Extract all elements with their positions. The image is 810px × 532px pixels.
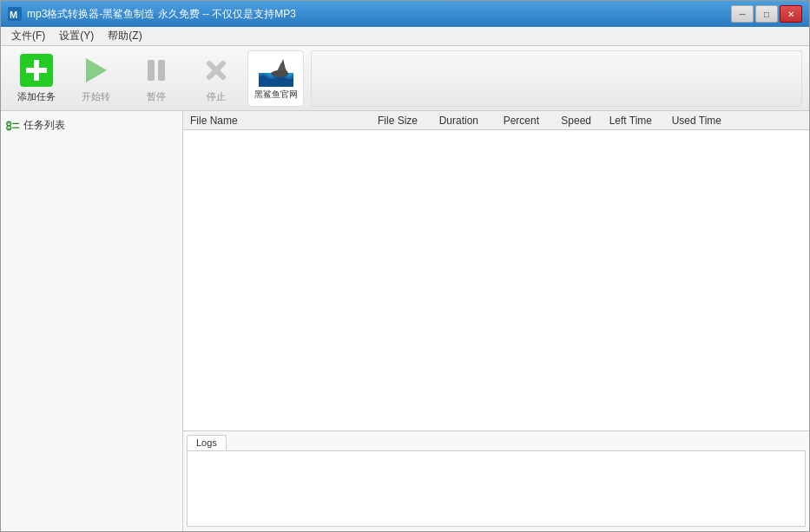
col-filename-header: File Name	[187, 115, 360, 127]
add-task-button[interactable]: 添加任务	[8, 50, 64, 107]
x-mark-icon	[204, 58, 228, 82]
svg-rect-7	[12, 127, 19, 128]
col-lefttime-header: Left Time	[595, 115, 655, 127]
svg-point-5	[7, 126, 11, 130]
plus-vertical	[34, 60, 39, 81]
minimize-button[interactable]: ─	[731, 5, 754, 23]
file-list-header: File Name File Size Duration Percent Spe…	[183, 111, 809, 130]
website-button[interactable]: 黑鲨鱼官网	[247, 50, 304, 107]
start-icon	[80, 54, 113, 87]
pause-icon	[140, 54, 173, 87]
add-task-label: 添加任务	[17, 90, 56, 103]
app-icon: M	[8, 7, 22, 21]
menu-help[interactable]: 帮助(Z)	[101, 27, 148, 45]
maximize-button[interactable]: □	[755, 5, 778, 23]
task-list-header: 任务列表	[4, 115, 179, 136]
add-task-icon-area	[20, 54, 53, 87]
main-content: 任务列表 File Name File Size Duration Percen…	[1, 111, 809, 531]
left-panel: 任务列表	[1, 111, 183, 531]
task-list-icon	[6, 121, 20, 131]
stop-icon-area	[200, 54, 233, 87]
pause-icon-area	[140, 54, 173, 87]
start-button[interactable]: 开始转	[68, 50, 124, 107]
right-panel: File Name File Size Duration Percent Spe…	[183, 111, 809, 531]
stop-label: 停止	[207, 90, 226, 103]
logs-content[interactable]	[187, 450, 806, 527]
start-label: 开始转	[82, 90, 110, 103]
pause-bar-left	[148, 60, 155, 81]
title-bar-left: M mp3格式转换器-黑鲨鱼制造 永久免费 -- 不仅仅是支持MP3	[8, 7, 296, 22]
main-window: M mp3格式转换器-黑鲨鱼制造 永久免费 -- 不仅仅是支持MP3 ─ □ ✕…	[0, 0, 810, 532]
svg-point-4	[7, 122, 11, 126]
svg-text:M: M	[10, 10, 17, 20]
title-bar: M mp3格式转换器-黑鲨鱼制造 永久免费 -- 不仅仅是支持MP3 ─ □ ✕	[1, 1, 809, 27]
stop-button[interactable]: 停止	[188, 50, 244, 107]
svg-point-3	[271, 70, 288, 77]
menu-bar: 文件(F) 设置(Y) 帮助(Z)	[1, 27, 809, 46]
toolbar: 添加任务 开始转 暂停	[1, 46, 809, 111]
pause-label: 暂停	[147, 90, 166, 103]
add-icon-bg	[20, 54, 53, 87]
banner-area	[311, 50, 802, 107]
play-triangle	[86, 58, 107, 82]
logs-tab-button[interactable]: Logs	[187, 435, 227, 450]
website-label: 黑鲨鱼官网	[254, 89, 298, 101]
file-list-body[interactable]	[183, 130, 809, 430]
add-icon	[20, 54, 53, 87]
col-duration-header: Duration	[421, 115, 482, 127]
menu-settings[interactable]: 设置(Y)	[52, 27, 101, 45]
logs-tab-bar: Logs	[183, 431, 809, 450]
title-controls: ─ □ ✕	[731, 5, 802, 23]
pause-bar-right	[158, 60, 165, 81]
menu-file[interactable]: 文件(F)	[4, 27, 52, 45]
col-usedtime-header: Used Time	[655, 115, 725, 127]
col-percent-header: Percent	[482, 115, 543, 127]
task-list-label: 任务列表	[23, 118, 65, 133]
svg-rect-6	[12, 122, 19, 123]
pause-button[interactable]: 暂停	[128, 50, 184, 107]
window-title: mp3格式转换器-黑鲨鱼制造 永久免费 -- 不仅仅是支持MP3	[27, 7, 296, 22]
logs-panel: Logs	[183, 431, 809, 531]
stop-icon	[200, 54, 233, 87]
start-icon-area	[80, 54, 113, 87]
col-speed-header: Speed	[543, 115, 595, 127]
shark-icon	[259, 56, 293, 87]
close-button[interactable]: ✕	[780, 5, 802, 23]
file-list-area: File Name File Size Duration Percent Spe…	[183, 111, 809, 431]
col-filesize-header: File Size	[360, 115, 421, 127]
